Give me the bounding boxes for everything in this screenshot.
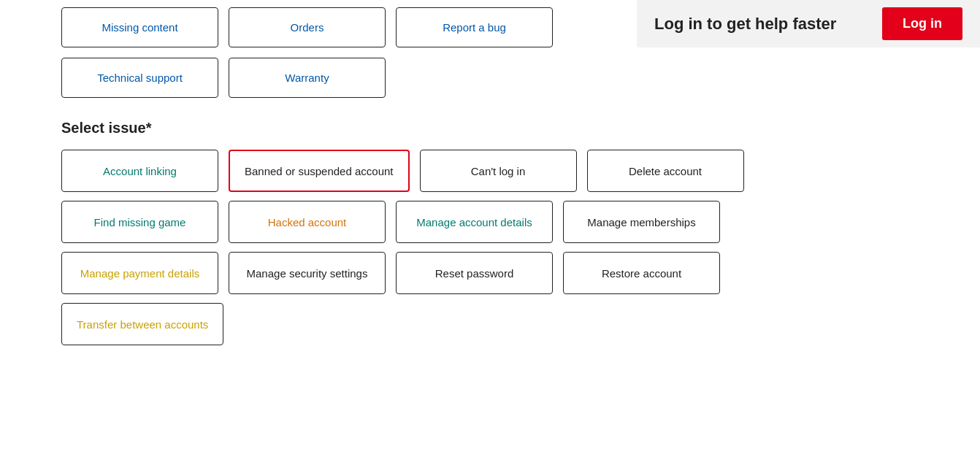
issue-btn-find-missing-game[interactable]: Find missing game (61, 201, 218, 243)
topic-btn-orders[interactable]: Orders (229, 7, 386, 47)
issue-btn-banned-or-suspended-account[interactable]: Banned or suspended account (229, 150, 410, 192)
issue-row-4: Transfer between accounts (61, 303, 919, 345)
issue-row-3: Manage payment details Manage security s… (61, 252, 919, 294)
login-prompt-text: Log in to get help faster (654, 15, 836, 34)
issue-row-2: Find missing game Hacked account Manage … (61, 201, 919, 243)
issue-btn-restore-account[interactable]: Restore account (563, 252, 720, 294)
issue-row-1: Account linking Banned or suspended acco… (61, 150, 919, 192)
issue-btn-hacked-account[interactable]: Hacked account (229, 201, 386, 243)
issue-btn-transfer-between-accounts[interactable]: Transfer between accounts (61, 303, 223, 345)
issue-btn-manage-memberships[interactable]: Manage memberships (563, 201, 720, 243)
top-buttons-area: Log in to get help faster Log in Missing… (0, 0, 980, 98)
login-panel: Log in to get help faster Log in (637, 0, 980, 47)
top-row-2: Technical support Warranty (61, 58, 919, 98)
select-issue-section: Select issue* Account linking Banned or … (0, 120, 980, 345)
topic-btn-warranty[interactable]: Warranty (229, 58, 386, 98)
login-button[interactable]: Log in (882, 7, 962, 40)
topic-btn-technical-support[interactable]: Technical support (61, 58, 218, 98)
topic-btn-report-a-bug[interactable]: Report a bug (396, 7, 553, 47)
select-issue-label: Select issue* (61, 120, 919, 137)
issue-btn-account-linking[interactable]: Account linking (61, 150, 218, 192)
topic-btn-missing-content[interactable]: Missing content (61, 7, 218, 47)
page-container: Log in to get help faster Log in Missing… (0, 0, 980, 465)
issue-btn-cant-log-in[interactable]: Can't log in (420, 150, 577, 192)
issue-btn-reset-password[interactable]: Reset password (396, 252, 553, 294)
issue-btn-manage-payment-details[interactable]: Manage payment details (61, 252, 218, 294)
issue-grid: Account linking Banned or suspended acco… (61, 150, 919, 345)
issue-btn-delete-account[interactable]: Delete account (587, 150, 744, 192)
issue-btn-manage-account-details[interactable]: Manage account details (396, 201, 553, 243)
issue-btn-manage-security-settings[interactable]: Manage security settings (229, 252, 386, 294)
